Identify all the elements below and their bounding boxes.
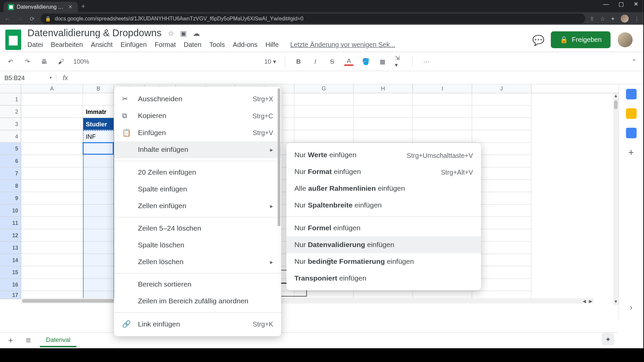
col-header-A[interactable]: A bbox=[21, 84, 83, 93]
forward-icon[interactable]: → bbox=[16, 15, 24, 22]
reload-icon[interactable]: ⟳ bbox=[28, 15, 36, 22]
fill-color-icon[interactable]: 🪣 bbox=[361, 57, 370, 66]
ctx-delete-column[interactable]: Spalte löschen bbox=[114, 237, 281, 253]
row-header[interactable]: 1 bbox=[0, 93, 21, 106]
hide-sidepanel-icon[interactable]: › bbox=[630, 303, 632, 312]
add-sheet-button[interactable]: + bbox=[4, 335, 17, 345]
merge-cells-icon[interactable]: ⇲ ▾ bbox=[395, 57, 404, 66]
menu-view[interactable]: Ansicht bbox=[91, 41, 113, 48]
paste-column-width-only[interactable]: Nur Spaltenbreite einfügen bbox=[286, 197, 481, 214]
paste-formula-only[interactable]: Nur Formel einfügen bbox=[286, 220, 481, 236]
ctx-insert-cells[interactable]: Zellen einfügen ▸ bbox=[114, 197, 281, 214]
tasks-sidepanel-icon[interactable] bbox=[626, 128, 637, 138]
paste-values-only[interactable]: Nur Werte einfügen Strg+Umschalttaste+V bbox=[286, 147, 481, 164]
back-icon[interactable]: ← bbox=[4, 15, 12, 22]
menu-edit[interactable]: Bearbeiten bbox=[51, 41, 83, 48]
browser-profile-avatar[interactable] bbox=[621, 14, 629, 22]
row-header[interactable]: 10 bbox=[0, 204, 21, 217]
col-header-H[interactable]: H bbox=[354, 84, 413, 93]
sheet-tab[interactable]: Datenval bbox=[40, 334, 77, 347]
row-header[interactable]: 6 bbox=[0, 155, 21, 168]
collapse-toolbar-icon[interactable]: ⌃ bbox=[632, 58, 637, 65]
ctx-insert-20-rows[interactable]: 20 Zeilen einfügen bbox=[114, 164, 281, 181]
row-header[interactable]: 8 bbox=[0, 180, 21, 192]
borders-icon[interactable]: ▦ bbox=[378, 57, 387, 66]
close-window-icon[interactable]: ✕ bbox=[632, 1, 640, 8]
star-icon[interactable]: ☆ bbox=[168, 29, 174, 37]
close-tab-icon[interactable]: ✕ bbox=[67, 4, 73, 10]
paint-format-icon[interactable]: 🖌 bbox=[57, 57, 65, 66]
menu-tools[interactable]: Tools bbox=[209, 41, 225, 48]
extensions-icon[interactable]: ✦ bbox=[610, 15, 615, 22]
bold-icon[interactable]: B bbox=[294, 57, 303, 66]
row-header[interactable]: 16 bbox=[0, 279, 21, 291]
cloud-status-icon[interactable]: ☁ bbox=[193, 29, 200, 37]
row-header[interactable]: 14 bbox=[0, 254, 21, 266]
select-all-corner[interactable] bbox=[0, 84, 21, 93]
ctx-cut[interactable]: ✂ Ausschneiden Strg+X bbox=[114, 90, 281, 107]
more-toolbar-icon[interactable]: ⋯ bbox=[422, 57, 431, 66]
move-icon[interactable]: ▣ bbox=[180, 29, 187, 37]
redo-icon[interactable]: ↷ bbox=[23, 57, 32, 66]
undo-icon[interactable]: ↶ bbox=[6, 57, 15, 66]
strikethrough-icon[interactable]: S bbox=[328, 57, 336, 66]
share-url-icon[interactable]: ⇧ bbox=[590, 15, 594, 22]
account-avatar[interactable] bbox=[618, 32, 633, 47]
paste-except-borders[interactable]: Alle außer Rahmenlinien einfügen bbox=[286, 180, 481, 197]
col-header-J[interactable]: J bbox=[472, 84, 532, 93]
explore-button[interactable]: ✦ bbox=[602, 333, 614, 346]
cell-B4[interactable]: INF bbox=[83, 130, 114, 143]
browser-menu-icon[interactable]: ⋮ bbox=[634, 15, 640, 22]
paste-transposed[interactable]: Transponiert einfügen bbox=[286, 270, 481, 287]
url-field[interactable]: 🔒 docs.google.com/spreadsheets/d/1JKUDAN… bbox=[41, 14, 585, 23]
horizontal-scrollbar[interactable]: ◀▶ bbox=[21, 298, 594, 304]
row-header[interactable]: 7 bbox=[0, 168, 21, 180]
menu-data[interactable]: Daten bbox=[184, 41, 202, 48]
maximize-icon[interactable]: ▢ bbox=[617, 1, 626, 8]
last-edit-link[interactable]: Letzte Änderung vor wenigen Sek... bbox=[290, 41, 395, 48]
ctx-sort-range[interactable]: Bereich sortieren bbox=[114, 276, 281, 293]
row-header[interactable]: 17 bbox=[0, 291, 21, 299]
paste-format-only[interactable]: Nur Format einfügen Strg+Alt+V bbox=[286, 164, 481, 180]
browser-tab[interactable]: Datenvalidierung & Dropdowns ✕ bbox=[4, 2, 78, 12]
row-header[interactable]: 9 bbox=[0, 192, 21, 204]
bookmark-icon[interactable]: ☆ bbox=[600, 15, 605, 22]
italic-icon[interactable]: I bbox=[311, 57, 320, 66]
col-header-G[interactable]: G bbox=[294, 84, 354, 93]
paste-data-validation-only[interactable]: Nur Datenvalidierung einfügen bbox=[286, 236, 481, 253]
menu-insert[interactable]: Einfügen bbox=[121, 41, 147, 48]
sheets-logo-icon[interactable] bbox=[5, 29, 21, 50]
name-box-dropdown-icon[interactable]: ▾ bbox=[50, 75, 52, 80]
menu-help[interactable]: Hilfe bbox=[265, 41, 279, 48]
menu-format[interactable]: Format bbox=[155, 41, 176, 48]
ctx-paste[interactable]: 📋 Einfügen Strg+V bbox=[114, 124, 281, 141]
row-header[interactable]: 3 bbox=[0, 118, 21, 130]
minimize-icon[interactable]: — bbox=[602, 1, 610, 8]
ctx-delete-cells[interactable]: Zellen löschen ▸ bbox=[114, 254, 281, 270]
ctx-insert-link[interactable]: 🔗 Link einfügen Strg+K bbox=[114, 315, 281, 333]
font-size-selector[interactable]: 10 ▾ bbox=[264, 58, 276, 65]
comments-icon[interactable]: 💬 bbox=[532, 35, 544, 44]
keep-sidepanel-icon[interactable] bbox=[626, 108, 637, 119]
ctx-randomize-rows[interactable]: Zeilen im Bereich zufällig anordnen bbox=[114, 293, 281, 310]
doc-name[interactable]: Datenvalidierung & Dropdowns bbox=[28, 27, 162, 39]
name-box[interactable]: B5:B24 ▾ bbox=[0, 74, 57, 81]
new-tab-button[interactable]: + bbox=[78, 3, 89, 12]
ctx-paste-special[interactable]: Inhalte einfügen ▸ bbox=[114, 141, 281, 158]
cell-B2[interactable]: Immatr bbox=[83, 106, 114, 118]
text-color-icon[interactable]: A bbox=[344, 57, 353, 66]
ctx-insert-column[interactable]: Spalte einfügen bbox=[114, 181, 281, 197]
all-sheets-button[interactable]: ≡ bbox=[22, 335, 35, 345]
row-header[interactable]: 5 bbox=[0, 143, 21, 155]
row-header[interactable]: 12 bbox=[0, 229, 21, 242]
calendar-sidepanel-icon[interactable] bbox=[626, 89, 637, 100]
addons-sidepanel-icon[interactable]: + bbox=[628, 147, 634, 159]
paste-conditional-formatting-only[interactable]: Nur bedingte Formatierung einfügen bbox=[286, 253, 481, 270]
row-header[interactable]: 15 bbox=[0, 266, 21, 279]
menu-addons[interactable]: Add-ons bbox=[233, 41, 258, 48]
menu-file[interactable]: Datei bbox=[28, 41, 43, 48]
col-header-I[interactable]: I bbox=[413, 84, 472, 93]
row-header[interactable]: 2 bbox=[0, 106, 21, 118]
ctx-delete-rows[interactable]: Zeilen 5–24 löschen bbox=[114, 220, 281, 237]
row-header[interactable]: 13 bbox=[0, 242, 21, 254]
